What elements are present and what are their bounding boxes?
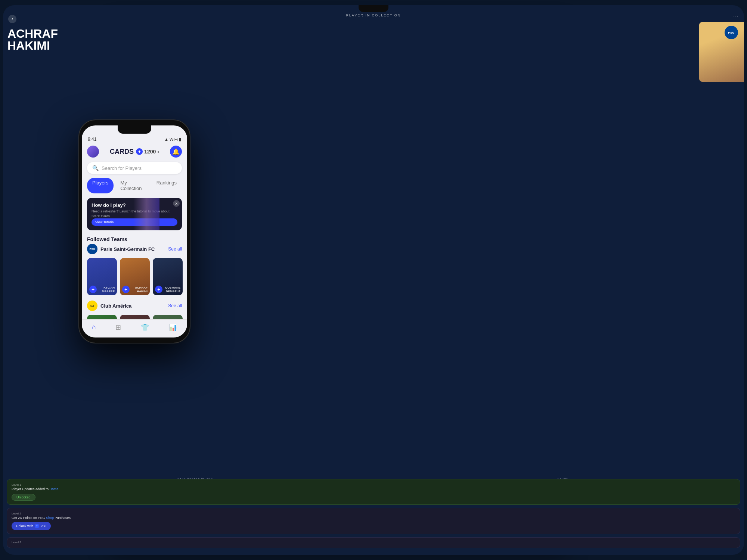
pf-chevron: › <box>157 149 159 155</box>
pf-player-mbappe: + KYLIANMBAPPÉ <box>87 258 117 295</box>
pb-notch <box>359 5 388 12</box>
pb-unlock-btn[interactable]: Unlock with ✦ 250 <box>12 522 51 530</box>
pf-team2-see-all[interactable]: See all <box>168 303 182 308</box>
pf-notif-btn[interactable]: 🔔 <box>170 146 182 158</box>
pf-team1-badge: PSG <box>87 244 97 254</box>
pf-close-btn[interactable]: ✕ <box>173 200 180 207</box>
pf-search-placeholder: Search for Players <box>102 165 142 171</box>
pf-team2-name: Club América <box>100 303 131 309</box>
pf-followed-title: Followed Teams <box>87 236 127 242</box>
pf-team2-name-row: CA Club América <box>87 301 131 311</box>
pf-notch <box>118 125 151 134</box>
pf-search-icon: 🔍 <box>92 165 99 171</box>
pf-player-mbappe-name: KYLIANMBAPPÉ <box>102 286 115 293</box>
pb-coin-icon: ✦ <box>35 524 39 528</box>
pf-followed-header: Followed Teams <box>82 233 187 244</box>
pf-bottom-nav: ⌂ ⊞ 👕 📊 <box>82 319 187 337</box>
pf-tab-players[interactable]: Players <box>87 178 114 193</box>
pf-tutorial-card: How do I play? Need a refresher? Launch … <box>87 198 182 230</box>
pf-points-val: 1200 <box>144 149 156 155</box>
pb-name-line2: HAKIMI <box>7 40 58 52</box>
pb-unlocked-badge: Unlocked <box>12 494 35 501</box>
pf-nav-starassets-icon: 👕 <box>141 323 149 332</box>
pf-nav-rankings[interactable]: 📊 <box>169 323 177 332</box>
pb-player-name: ACHRAF HAKIMI <box>7 28 58 52</box>
pf-team2-header: CA Club América See all <box>82 298 187 312</box>
pf-status-icons: ▲ WiFi ▮ <box>164 137 181 142</box>
pf-cards-label: CARDS <box>110 148 134 156</box>
pf-player-dembele-name: OUSMANEDEMBÉLÉ <box>165 286 180 293</box>
pb-level-card-1: Level 1 Player Updates added to Home Unl… <box>7 479 740 505</box>
pf-points: ✦ 1200 › <box>136 148 159 155</box>
pb-level-cards: Level 1 Player Updates added to Home Unl… <box>3 479 744 555</box>
pb-level2-label: Level 2 <box>12 512 735 515</box>
pb-shop-link: Shop <box>46 516 54 520</box>
pb-psg-badge: PSG <box>725 26 738 39</box>
pf-time: 9:41 <box>88 137 96 142</box>
pf-center-header: CARDS ✦ 1200 › <box>110 148 159 156</box>
pf-tab-rankings[interactable]: Rankings <box>151 178 182 193</box>
pf-player-hakimi: + ACHRAFHAKIMI <box>120 258 150 295</box>
pf-status-bar: 9:41 ▲ WiFi ▮ <box>82 134 187 143</box>
pf-nav-home-icon: ⌂ <box>92 323 96 331</box>
pf-nav-cards-icon: ⊞ <box>115 323 121 332</box>
pf-search-bar[interactable]: 🔍 Search for Players <box>87 162 182 174</box>
phone-front-device: 9:41 ▲ WiFi ▮ CARDS ✦ 1200 › 🔔 🔍 Search … <box>78 119 190 343</box>
pf-points-star: ✦ <box>136 148 143 155</box>
pb-level1-desc: Player Updates added to Home <box>12 487 735 491</box>
pf-header: CARDS ✦ 1200 › 🔔 <box>82 143 187 160</box>
pf-team1-name-row: PSG Paris Saint-Germain FC <box>87 244 155 254</box>
pf-tab-collection[interactable]: My Collection <box>115 178 149 193</box>
pb-unlock-label: Unlock with <box>16 524 33 528</box>
pb-dots-menu[interactable]: ··· <box>733 13 739 19</box>
pb-level3-label: Level 3 <box>12 541 735 544</box>
pf-tabs: Players My Collection Rankings <box>82 176 187 195</box>
pb-level2-desc: Get 2X Points on PSG Shop Purchases <box>12 516 735 520</box>
pf-team2-badge: CA <box>87 301 97 311</box>
pf-player-dembele: + OUSMANEDEMBÉLÉ <box>153 258 183 295</box>
pb-player-label: PLAYER IN COLLECTION <box>3 13 744 17</box>
pf-nav-starassets[interactable]: 👕 <box>141 323 149 332</box>
pf-nav-cards[interactable]: ⊞ <box>115 323 121 332</box>
pf-avatar <box>87 146 99 158</box>
pf-team1-see-all[interactable]: See all <box>168 246 182 252</box>
pb-home-link: Home <box>50 487 59 491</box>
pb-level-card-2: Level 2 Get 2X Points on PSG Shop Purcha… <box>7 508 740 534</box>
pf-team1-header: PSG Paris Saint-Germain FC See all <box>82 244 187 256</box>
pf-player-hakimi-name: ACHRAFHAKIMI <box>135 286 148 293</box>
phone-front-screen: 9:41 ▲ WiFi ▮ CARDS ✦ 1200 › 🔔 🔍 Search … <box>82 125 187 337</box>
pb-name-line1: ACHRAF <box>7 28 58 40</box>
pf-nav-rankings-icon: 📊 <box>169 323 177 332</box>
pf-tutorial-img <box>133 198 159 230</box>
pf-team1-name: Paris Saint-Germain FC <box>100 246 155 252</box>
pb-level1-label: Level 1 <box>12 483 735 486</box>
pf-nav-home[interactable]: ⌂ <box>92 323 96 332</box>
pb-unlock-pts: 250 <box>41 524 46 528</box>
pf-team1-players: + KYLIANMBAPPÉ + ACHRAFHAKIMI + OUSMANED… <box>82 256 187 298</box>
pb-level-card-3: Level 3 <box>7 537 740 548</box>
